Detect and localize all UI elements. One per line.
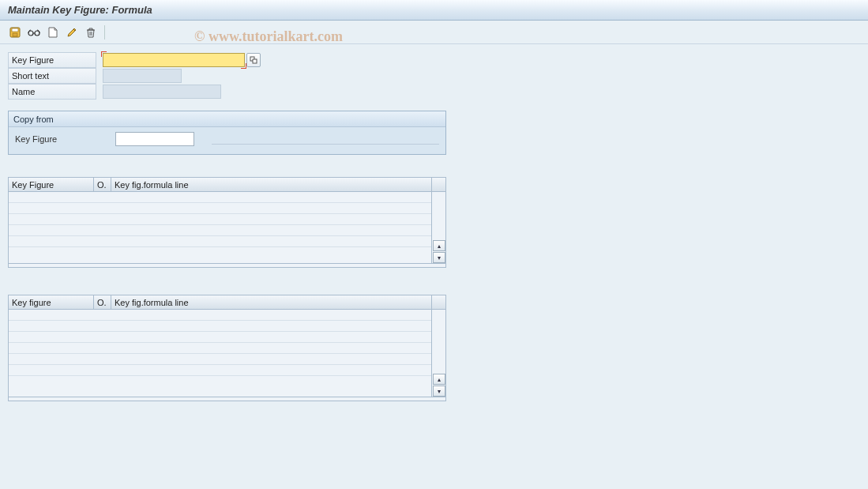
toolbar-separator — [104, 25, 105, 39]
display-button[interactable] — [25, 24, 43, 40]
key-figure-required-wrap — [103, 53, 245, 67]
grid2-vertical-scrollbar[interactable]: ▴ ▾ — [432, 310, 446, 397]
copy-from-title: Copy from — [9, 111, 445, 127]
chevron-down-icon: ▾ — [438, 254, 441, 261]
table-row[interactable] — [9, 192, 431, 203]
scroll-down-button[interactable]: ▾ — [433, 386, 445, 397]
svg-point-3 — [28, 31, 33, 36]
save-icon — [9, 27, 21, 38]
svg-rect-2 — [13, 33, 17, 36]
grid1-vertical-scrollbar[interactable]: ▴ ▾ — [432, 192, 446, 263]
label-name: Name — [8, 84, 96, 100]
name-field — [103, 85, 221, 99]
glasses-icon — [28, 28, 40, 37]
table-row[interactable] — [9, 236, 431, 247]
scroll-up-button[interactable]: ▴ — [433, 374, 445, 385]
row-name: Name — [8, 84, 442, 100]
table-row[interactable] — [9, 343, 431, 354]
create-icon — [48, 27, 58, 38]
grid2-header: Key figure O. Key fig.formula line — [9, 295, 446, 310]
content-area: Key Figure Short text Name Copy from — [0, 44, 868, 409]
table-row[interactable] — [9, 376, 431, 387]
grid1-col-key-figure[interactable]: Key Figure — [9, 178, 94, 191]
grid2-rows[interactable] — [9, 310, 432, 397]
label-key-figure: Key Figure — [8, 52, 96, 68]
chevron-up-icon: ▴ — [438, 243, 441, 250]
search-help-icon — [250, 56, 257, 64]
grid2-scroll-head — [432, 295, 446, 309]
row-key-figure: Key Figure — [8, 52, 442, 68]
svg-point-4 — [35, 31, 39, 36]
save-button[interactable] — [6, 24, 24, 40]
grid1-rows[interactable] — [9, 192, 432, 263]
table-row[interactable] — [9, 332, 431, 343]
copy-from-key-figure-input[interactable] — [115, 132, 194, 146]
grid2-col-o[interactable]: O. — [94, 295, 111, 309]
table-row[interactable] — [9, 214, 431, 225]
table-row[interactable] — [9, 203, 431, 214]
scroll-up-button[interactable]: ▴ — [433, 240, 445, 251]
grid2-col-key-figure[interactable]: Key figure — [9, 295, 94, 309]
label-short-text: Short text — [8, 68, 96, 84]
table-row[interactable] — [9, 354, 431, 365]
svg-rect-1 — [12, 28, 18, 32]
trash-icon — [86, 27, 96, 38]
pencil-icon — [66, 27, 77, 38]
formula-grid-2: Key figure O. Key fig.formula line ▴ ▾ — [8, 295, 446, 401]
chevron-up-icon: ▴ — [438, 376, 441, 383]
grid1-scroll-head — [432, 178, 446, 191]
grid1-col-o[interactable]: O. — [94, 178, 111, 191]
edit-button[interactable] — [63, 24, 81, 40]
table-row[interactable] — [9, 321, 431, 332]
table-row[interactable] — [9, 225, 431, 236]
copy-from-key-figure-label: Key Figure — [15, 134, 98, 144]
row-short-text: Short text — [8, 68, 442, 84]
grid2-col-formula-line[interactable]: Key fig.formula line — [111, 295, 432, 309]
grid1-header: Key Figure O. Key fig.formula line — [9, 178, 446, 192]
title-bar: Maintain Key Figure: Formula — [0, 0, 868, 21]
table-row[interactable] — [9, 365, 431, 376]
create-button[interactable] — [44, 24, 62, 40]
table-row[interactable] — [9, 310, 431, 321]
formula-grid-1: Key Figure O. Key fig.formula line ▴ ▾ — [8, 177, 446, 268]
short-text-field — [103, 69, 182, 83]
delete-button[interactable] — [82, 24, 100, 40]
grid1-bottom-bar — [9, 263, 446, 268]
key-figure-input[interactable] — [103, 53, 245, 67]
page-title: Maintain Key Figure: Formula — [8, 4, 152, 16]
scroll-down-button[interactable]: ▾ — [433, 252, 445, 263]
copy-from-line — [212, 144, 439, 145]
grid1-col-formula-line[interactable]: Key fig.formula line — [111, 178, 432, 191]
key-figure-search-help-button[interactable] — [246, 53, 261, 67]
toolbar — [0, 21, 868, 44]
copy-from-group: Copy from Key Figure — [8, 111, 446, 155]
grid2-bottom-bar — [9, 397, 446, 401]
table-row[interactable] — [9, 247, 431, 258]
svg-rect-6 — [253, 59, 257, 63]
chevron-down-icon: ▾ — [438, 388, 441, 395]
